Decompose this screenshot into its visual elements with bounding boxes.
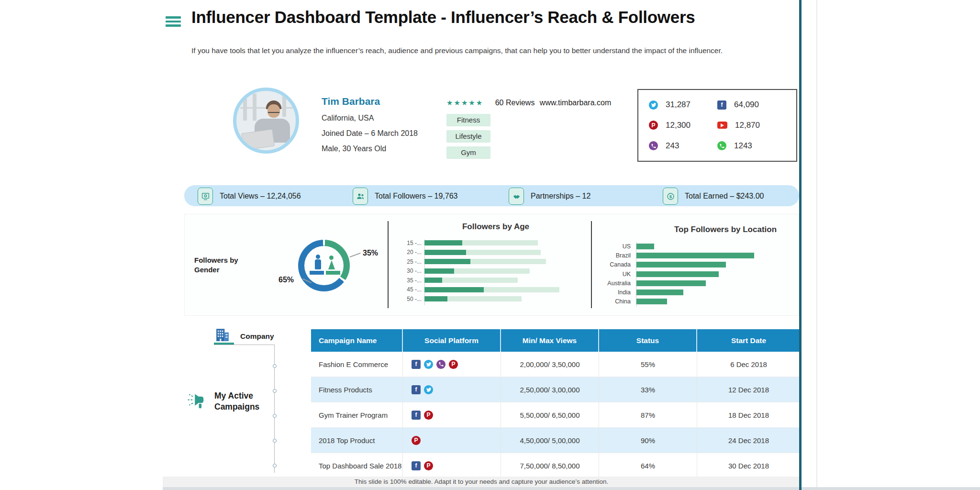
social-platform-cell: fP — [403, 453, 501, 478]
rail-node — [273, 439, 277, 443]
female-percent-label: 35% — [363, 249, 378, 257]
status-cell: 33% — [599, 377, 697, 402]
location-tick-label: US — [595, 243, 636, 250]
age-bar-track — [424, 259, 546, 264]
kpi-label: Total Views – 12,24,056 — [220, 192, 301, 200]
social-followers-box: 31,287f64,090P12,30012,8702431243 — [637, 89, 797, 162]
age-bar-row: 25 -... — [395, 257, 559, 267]
age-bar-fill — [424, 287, 484, 292]
location-bar-row: Australia — [595, 278, 754, 288]
min-max-views-cell: 2,00,000/ 3,50,000 — [501, 352, 599, 377]
category-tag: Gym — [446, 146, 490, 159]
age-chart-title: Followers by Age — [395, 222, 596, 232]
kpi-item: Total Followers – 19,763 — [353, 188, 457, 205]
influencer-demographics: Male, 30 Years Old — [322, 145, 418, 153]
age-tick-label: 20 -... — [395, 249, 424, 256]
age-tick-label: 45 -... — [395, 286, 424, 293]
age-bar-fill — [424, 240, 462, 245]
location-bar-row: Canada — [595, 260, 754, 269]
pinterest-icon: P — [424, 461, 433, 470]
website-link[interactable]: www.timbarbara.com — [540, 99, 611, 107]
age-bar-chart: 15 -...20 -...25 -...30 -...35 -...45 -.… — [395, 238, 559, 304]
active-campaigns-label: My Active Campaigns — [214, 390, 279, 412]
kpi-label: Total Earned – $243.00 — [685, 192, 764, 200]
kpi-item: Total Views – 12,24,056 — [198, 188, 301, 205]
location-tick-label: China — [595, 298, 636, 305]
social-platform-cell: P — [403, 428, 501, 453]
whatsapp-icon — [717, 141, 726, 150]
age-bar-track — [424, 287, 559, 292]
profile-info: Tim Barbara California, USA Joined Date … — [322, 96, 418, 160]
donut-hole — [304, 246, 344, 285]
table-row: Top Dashboard Sale 2018fP7,50,000/ 8,50,… — [311, 453, 800, 479]
viber-icon — [436, 360, 445, 369]
facebook-icon: f — [412, 360, 421, 369]
age-bar-row: 15 -... — [395, 238, 559, 248]
age-bar-track — [424, 240, 538, 245]
campaign-name-cell: Top Dashboard Sale 2018 — [311, 453, 403, 478]
location-bar-chart: USBrazilCanadaUKAustraliaIndiaChina — [595, 242, 754, 306]
megaphone-icon — [186, 392, 206, 411]
age-bar-row: 50 -... — [395, 294, 559, 304]
rail-node — [273, 414, 277, 418]
table-header-cell: Campaign Name — [311, 329, 403, 352]
age-bar-track — [424, 250, 541, 255]
youtube-icon — [717, 122, 727, 129]
location-bar-row: UK — [595, 269, 754, 278]
social-count-pinterest: P12,300 — [649, 121, 717, 130]
menu-icon[interactable] — [166, 16, 181, 29]
table-header-cell: Status — [599, 329, 697, 352]
location-tick-label: UK — [595, 271, 636, 278]
table-row: 2018 Top ProductP4,50,000/ 5,00,00090%24… — [311, 428, 800, 453]
age-tick-label: 30 -... — [395, 267, 424, 274]
location-bar-row: China — [595, 297, 754, 306]
social-platform-cell: fP — [403, 352, 501, 377]
location-bar-fill — [636, 271, 719, 277]
avatar — [233, 88, 299, 154]
location-bar-fill — [636, 299, 667, 304]
star-rating-icon: ★★★★★ — [446, 99, 483, 107]
social-count-facebook: f64,090 — [717, 100, 786, 110]
age-tick-label: 35 -... — [395, 277, 424, 284]
start-date-cell: 30 Dec 2018 — [697, 453, 800, 478]
partnerships-icon — [509, 188, 524, 205]
table-header-cell: Social Platform — [403, 329, 501, 352]
glasses-icon — [268, 109, 279, 113]
location-bar-row: Brazil — [595, 251, 754, 260]
influencer-location: California, USA — [322, 114, 418, 122]
table-row: Fashion E CommercefP2,00,000/ 3,50,00055… — [311, 352, 800, 377]
age-tick-label: 15 -... — [395, 240, 424, 246]
play-icon — [721, 123, 724, 127]
facebook-icon: f — [412, 461, 421, 470]
social-count-value: 243 — [666, 141, 679, 151]
location-chart-title: Top Followers by Location — [606, 225, 845, 234]
kpi-item: $Total Earned – $243.00 — [663, 188, 764, 205]
rating-row: ★★★★★ 60 Reviews www.timbarbara.com — [446, 99, 611, 107]
location-bar-fill — [636, 280, 706, 286]
social-count-value: 12,300 — [666, 121, 690, 130]
location-bar-row: US — [595, 242, 754, 251]
slide-canvas: Influencer Dashboard Template - Influenc… — [0, 0, 980, 490]
age-bar-fill — [424, 250, 466, 255]
location-bar-fill — [636, 253, 754, 258]
gender-chart-label: Followers by Gender — [194, 256, 251, 275]
kpi-summary-bar: Total Views – 12,24,056Total Followers –… — [184, 185, 799, 206]
location-bar-fill — [636, 290, 683, 295]
age-bar-track — [424, 268, 530, 274]
facebook-icon: f — [412, 385, 421, 394]
kpi-item: Partnerships – 12 — [509, 188, 590, 205]
age-tick-label: 25 -... — [395, 258, 424, 265]
social-count-value: 64,090 — [734, 100, 759, 110]
social-count-value: 12,870 — [735, 121, 760, 130]
social-count-value: 1243 — [734, 141, 752, 151]
min-max-views-cell: 4,50,000/ 5,00,000 — [501, 428, 599, 453]
location-bar-row: India — [595, 288, 754, 297]
campaign-name-cell: Gym Trainer Program — [311, 402, 403, 427]
facebook-icon: f — [412, 411, 421, 420]
social-platform-cell: fP — [403, 402, 501, 427]
age-bar-fill — [424, 268, 454, 274]
pinterest-icon: P — [412, 436, 421, 445]
age-bar-row: 35 -... — [395, 276, 559, 285]
company-building-icon — [215, 327, 230, 342]
location-bar-fill — [636, 244, 654, 249]
